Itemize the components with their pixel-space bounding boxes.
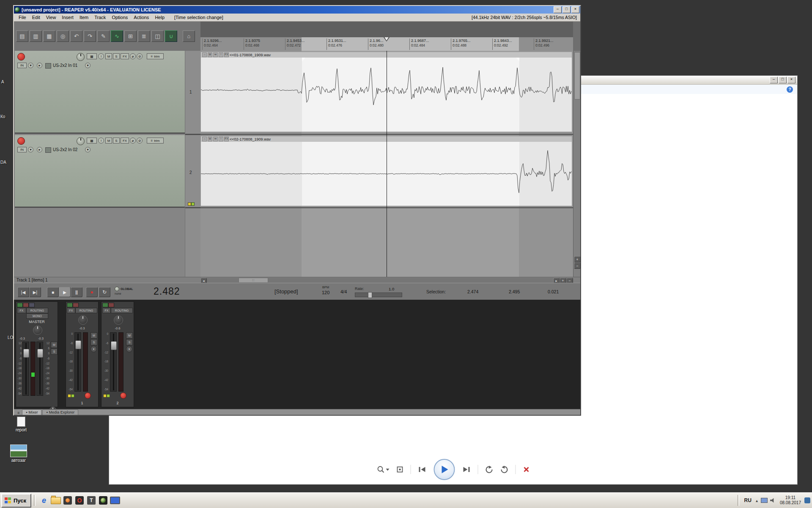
bpm-control[interactable]: BPM 120 — [322, 285, 329, 295]
tab-media-explorer[interactable]: ▪ Media Explorer — [42, 409, 78, 415]
item-lock-icon[interactable]: ∩ — [202, 137, 207, 141]
item-properties-icon[interactable]: ! — [219, 137, 223, 141]
fx-button[interactable]: FX — [67, 308, 75, 313]
trim-mode-button[interactable]: ≡trim — [147, 138, 164, 144]
pan-knob[interactable] — [33, 326, 42, 335]
item-mute-icon[interactable]: M — [208, 137, 212, 141]
tascam-icon[interactable]: T — [85, 495, 97, 506]
envelope-toggle-button[interactable]: ∿ — [111, 30, 123, 42]
grid-toggle-button[interactable]: ⊞ — [124, 30, 137, 42]
open-project-button[interactable]: ▥ — [30, 30, 42, 42]
desktop-icon-report[interactable]: report — [11, 417, 31, 432]
vertical-scrollbar-thumb[interactable] — [574, 52, 580, 99]
rotate-cw-button[interactable] — [500, 465, 508, 474]
bpm-value[interactable]: 120 — [322, 290, 329, 295]
env-button[interactable]: ⊘ — [137, 138, 143, 144]
fader-handle[interactable] — [75, 340, 81, 349]
track-name[interactable]: US-2x2 In 02 — [53, 147, 77, 152]
routing-button[interactable]: ▦ — [87, 138, 97, 144]
track-name-dropdown[interactable]: ▾ — [85, 147, 91, 152]
input-button[interactable]: IN — [17, 147, 27, 152]
record-monitor-button[interactable]: ! — [98, 53, 104, 59]
vertical-scrollbar[interactable]: + − — [573, 51, 580, 277]
rate-slider-handle[interactable] — [368, 292, 372, 298]
mixer-strip-2[interactable]: FX ROUTING -0.6 0-6-12-18-30-42-54 M S ▾… — [101, 301, 134, 407]
edit-cursor-marker[interactable] — [384, 37, 389, 41]
time-signature[interactable]: 4/4 — [340, 289, 347, 294]
ie-icon[interactable]: e — [38, 495, 50, 506]
minimize-button[interactable]: – — [770, 77, 778, 83]
strip-mini-button[interactable] — [102, 303, 108, 307]
routing-button[interactable]: ROUTING — [75, 308, 97, 313]
rate-value[interactable]: 1.0 — [389, 287, 394, 291]
vertical-zoom-in-button[interactable]: + — [574, 256, 581, 262]
routing-button[interactable]: ROUTING — [26, 308, 48, 313]
item-fx-icon[interactable]: FX — [224, 52, 229, 57]
global-automation-control[interactable]: GLOBAL none — [115, 287, 133, 295]
desktop-icon-label-fragment[interactable]: Ко — [0, 114, 5, 119]
record-arm-button[interactable] — [120, 392, 126, 399]
track-name[interactable]: US-2x2 In 01 — [53, 63, 77, 68]
fader-handle[interactable] — [111, 341, 117, 350]
tray-clock[interactable]: 19:11 08.08.2017 — [780, 495, 801, 506]
start-button[interactable]: Пуск — [1, 494, 31, 508]
track-panel-2[interactable]: ▦ ! M S FX ø ⊘ ≡trim IN ▾ ▸ US-2x2 In 02… — [15, 135, 185, 208]
go-to-end-button[interactable]: ▶| — [29, 287, 41, 297]
tray-display-icon[interactable] — [761, 498, 768, 503]
menu-item[interactable]: Options — [109, 14, 131, 21]
strip-mini-button[interactable] — [17, 303, 23, 307]
record-arm-button[interactable] — [85, 392, 91, 399]
pause-button[interactable]: || — [71, 287, 82, 297]
arrange-view[interactable]: ∩ M ✉ ! FX <<01-170808_1909.wav ∩ M ✉ ! … — [200, 51, 573, 277]
input-button[interactable]: IN — [17, 63, 27, 68]
pan-knob[interactable] — [78, 315, 88, 325]
next-button[interactable] — [461, 466, 471, 473]
tray-volume-icon[interactable] — [770, 498, 775, 503]
selection-start[interactable]: 2.474 — [467, 289, 478, 294]
menu-item[interactable]: Track — [91, 14, 109, 21]
mono-button[interactable]: MONO — [26, 313, 48, 319]
menu-item[interactable]: Help — [152, 14, 167, 21]
menu-item[interactable]: Insert — [59, 14, 77, 21]
strip-mini-button[interactable] — [73, 303, 79, 307]
volume-fader[interactable] — [74, 332, 81, 392]
play-slideshow-button[interactable] — [433, 459, 455, 480]
vertical-zoom-out-button[interactable]: − — [574, 262, 581, 269]
env-button[interactable]: ⊘ — [137, 53, 143, 59]
mute-button[interactable]: M — [51, 342, 58, 348]
input-dropdown[interactable]: ▾ — [28, 147, 33, 152]
routing-button[interactable]: ▦ — [87, 53, 97, 59]
horizontal-scrollbar[interactable]: ◂ ∷ ▸ + − — [200, 278, 573, 283]
trim-mode-button[interactable]: ≡trim — [147, 53, 164, 59]
fx-button[interactable]: FX — [121, 53, 129, 59]
item-notes-icon[interactable]: ✉ — [213, 137, 218, 141]
solo-button[interactable]: S — [51, 348, 58, 355]
edit-cursor[interactable] — [387, 51, 387, 277]
mute-button[interactable]: M — [91, 332, 97, 339]
language-indicator[interactable]: RU — [744, 497, 752, 503]
volume-knob[interactable] — [77, 53, 85, 61]
input-dropdown[interactable]: ▾ — [91, 346, 97, 352]
rate-slider[interactable] — [355, 293, 402, 297]
go-to-start-button[interactable]: |◀ — [17, 287, 29, 297]
fx-button[interactable]: FX — [121, 138, 129, 144]
help-icon[interactable]: ? — [787, 86, 793, 93]
input-dropdown[interactable]: ▾ — [28, 63, 33, 68]
save-project-button[interactable]: ▦ — [43, 30, 55, 42]
menu-item[interactable]: Actions — [131, 14, 152, 21]
hide-tray-icons-chevron[interactable]: ▴ — [756, 498, 758, 503]
solo-button[interactable]: S — [113, 138, 120, 144]
tab-mixer[interactable]: ▪ Mixer — [22, 409, 41, 415]
transport-position[interactable]: 2.482 — [154, 286, 180, 297]
item-lock-icon[interactable]: ∩ — [202, 52, 207, 57]
track-panel-1[interactable]: ▦ ! M S FX ø ⊘ ≡trim IN ▾ ▸ US-2x2 In 01… — [15, 51, 185, 134]
volume-fader[interactable] — [110, 332, 117, 392]
repeat-button[interactable]: ↻ — [99, 287, 110, 297]
mixer-strip-1[interactable]: FX ROUTING -0.3 0-6-12-18-30-42-54 M S ▾… — [66, 301, 99, 407]
phase-button[interactable]: ø — [130, 53, 136, 59]
fx-button[interactable]: FX — [17, 308, 26, 313]
menu-item[interactable]: View — [43, 14, 59, 21]
timeline-ruler[interactable]: 2.1.9296...0:02.464 2.1.93750:02.468 2.1… — [200, 37, 573, 51]
menu-item[interactable]: Item — [77, 14, 91, 21]
rotate-ccw-button[interactable] — [485, 465, 493, 474]
